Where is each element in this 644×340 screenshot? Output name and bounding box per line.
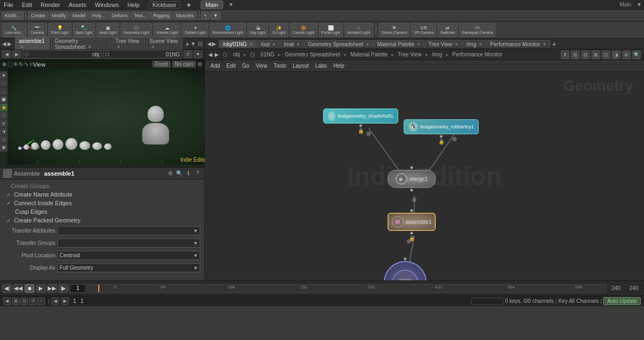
tb-create-btn[interactable]: Create — [28, 12, 48, 19]
node-rubbertoy[interactable]: 🐧 testgeometry_rubbertoy1 🔒 — [404, 119, 479, 144]
left-obj-dropdown[interactable]: ⬡ obj — [23, 50, 101, 59]
right-path-back-btn[interactable]: ◀ — [208, 52, 213, 57]
right-tab-tree-view[interactable]: Tree View × — [425, 40, 462, 48]
path-geo-spreadsheet[interactable]: Geometry Spreadsheet — [283, 51, 341, 58]
right-tab-fwd-btn[interactable]: ▶ — [212, 41, 216, 47]
tb-muscles-btn[interactable]: Muscles — [173, 12, 196, 19]
path-obj[interactable]: ⬡ — [221, 51, 229, 58]
st-icon4[interactable]: ↺ — [29, 298, 36, 305]
right-tab-perf-monitor[interactable]: Performance Monitor × — [486, 40, 550, 48]
viewport-settings-icon[interactable]: ⚙ — [197, 61, 202, 67]
left-tab-tree-view[interactable]: Tree View × — [112, 37, 144, 50]
tb-modify-btn[interactable]: Modify — [49, 12, 69, 19]
left-tab-add-btn[interactable]: + — [185, 40, 189, 48]
tb-add-btn[interactable]: + — [201, 12, 209, 19]
right-tab-tree-close[interactable]: × — [455, 41, 458, 47]
tb2-vrcam-btn[interactable]: VRVR Camera — [411, 23, 436, 37]
menu-item-cusp-edges[interactable]: Cusp Edges — [0, 207, 204, 216]
left-forward-btn[interactable]: ▶ — [8, 41, 12, 47]
tb2-geolight-btn[interactable]: ⬡Geometry Light — [121, 23, 152, 37]
tl-frame-input[interactable] — [70, 284, 86, 293]
menu-windows[interactable]: Windows — [93, 2, 121, 8]
menu-item-create-packed-geo[interactable]: Create Packed Geometry — [0, 216, 204, 225]
tb2-stereocam-btn[interactable]: 👁Stereo Camera — [379, 23, 409, 37]
assemble-help-icon[interactable]: ? — [194, 170, 201, 177]
rt-add-btn[interactable]: Add — [208, 62, 222, 69]
rt-edit-btn[interactable]: Edit — [224, 62, 238, 69]
node-assemble-box[interactable]: assemble1 — [387, 213, 436, 231]
tl-stop-btn[interactable]: ■ — [25, 284, 34, 293]
tl-next-btn[interactable]: ▶▶ — [47, 284, 57, 293]
tb-poly-btn[interactable]: Poly... — [90, 12, 108, 19]
right-addr-icon7[interactable]: ⊕ — [622, 50, 631, 59]
left-back-btn[interactable]: ◀ — [2, 41, 6, 47]
right-addr-icon6[interactable]: ◑ — [612, 50, 620, 59]
right-tab-out-close[interactable]: × — [273, 41, 276, 47]
si-vis[interactable]: ◑ — [0, 128, 8, 135]
path-obj-label[interactable]: obj — [231, 51, 241, 58]
st-icon5[interactable]: ○ — [38, 298, 45, 305]
right-tab-mat-close[interactable]: × — [297, 41, 300, 47]
st-icon1[interactable]: ◀ — [3, 298, 11, 305]
menu-help[interactable]: Help — [126, 2, 141, 8]
tl-prev-btn[interactable]: ◀◀ — [13, 284, 23, 293]
transfer-groups-input[interactable]: ▼ — [57, 238, 200, 248]
right-addr-search-icon[interactable]: 🔍 — [632, 50, 641, 59]
rt-tools-btn[interactable]: Tools — [272, 62, 288, 69]
si-paint[interactable]: ⬤ — [0, 96, 8, 103]
right-tab-back-btn[interactable]: ◀ — [207, 41, 211, 47]
node-canvas[interactable]: Indie Edition Geometry — [205, 72, 644, 280]
menu-item-create-name-attr[interactable]: Create Name Attribute — [0, 190, 204, 199]
node-shaderball-box[interactable]: ⚙ testgeometry_shaderball1 — [323, 108, 398, 124]
si-poly[interactable]: ⬡ — [0, 112, 8, 119]
tb2-portallight-btn[interactable]: ⬜Portal Light — [319, 23, 343, 37]
right-tab-mat-palette-close[interactable]: × — [417, 41, 420, 47]
path-01ng-label[interactable]: 01NG — [259, 51, 276, 58]
right-addr-icon3[interactable]: ⊟ — [581, 50, 590, 59]
tb2-gilight-btn[interactable]: ✨GI Light — [270, 23, 289, 37]
node-merge-box[interactable]: ⊕ merge1 — [387, 170, 436, 188]
tb2-switcher-btn[interactable]: ⇌Switcher — [438, 23, 458, 37]
right-tab-mat-palette[interactable]: Material Palette × — [374, 40, 424, 48]
st-icon-key2[interactable]: ▶ — [61, 298, 69, 305]
tb2-camera-btn[interactable]: 📷Camera — [28, 23, 47, 37]
right-addr-icon4[interactable]: ⊠ — [591, 50, 600, 59]
node-align[interactable]: align_and_distribute1 — [379, 257, 430, 280]
menu-assets[interactable]: Assets — [67, 2, 88, 8]
node-shaderball[interactable]: ⚙ testgeometry_shaderball1 🔒 — [323, 108, 398, 134]
right-tab-img-close[interactable]: × — [479, 41, 482, 47]
tl-play-btn[interactable]: ▶ — [36, 284, 46, 293]
si-box[interactable]: ⬚ — [0, 79, 8, 87]
right-path-fwd-btn[interactable]: ▶ — [215, 52, 219, 57]
menu-render[interactable]: Render — [39, 2, 62, 8]
tb-kickb-btn[interactable]: Kickb... — [2, 12, 24, 19]
left-tab-geometry-spreadsheet[interactable]: Geometry Spreadsheet × — [51, 37, 111, 50]
right-tab-img[interactable]: /img × — [463, 40, 486, 48]
tb-model-btn[interactable]: Model — [70, 12, 89, 19]
right-addr-icon1[interactable]: ✗ — [561, 50, 569, 59]
left-tab-assemble1[interactable]: assemble1 × — [15, 37, 50, 50]
si-snap[interactable]: ⊕ — [0, 120, 8, 127]
tb2-pointlight-btn[interactable]: 💡Point Light — [48, 23, 71, 37]
node-merge[interactable]: ⊕ merge1 — [387, 166, 436, 192]
right-addr-icon5[interactable]: ⊡ — [602, 50, 610, 59]
assemble-gear-icon[interactable]: ⚙ — [166, 170, 174, 177]
left-network-dropdown[interactable]: ⬡ 01NG — [103, 50, 182, 59]
auto-update-btn[interactable]: Auto Update — [603, 297, 641, 305]
right-tab-geo-close[interactable]: × — [366, 41, 369, 47]
tb2-volumelight-btn[interactable]: ☁Volume Light — [153, 23, 180, 37]
camera-label[interactable]: No cam — [172, 61, 196, 68]
main-tab[interactable]: Main — [201, 1, 223, 9]
right-tab-obj01ng-close[interactable]: × — [250, 41, 253, 47]
si-lock[interactable]: 🔒 — [0, 104, 8, 111]
transfer-attributes-input[interactable]: ▼ — [57, 226, 200, 235]
assemble-info-icon[interactable]: ℹ — [185, 170, 192, 177]
rt-view-btn[interactable]: View — [253, 62, 269, 69]
rt-labs-btn[interactable]: Labs — [313, 62, 329, 69]
display-as-select[interactable]: Full Geometry ▼ — [57, 263, 200, 272]
right-tab-mat[interactable]: /mat × — [280, 40, 303, 48]
left-addr-forward-btn[interactable]: ▶ — [12, 50, 21, 58]
node-assemble[interactable]: assemble1 🔒 — [387, 209, 436, 241]
node-rubbertoy-box[interactable]: 🐧 testgeometry_rubbertoy1 — [404, 119, 479, 134]
si-select[interactable]: ▶ — [0, 71, 8, 79]
